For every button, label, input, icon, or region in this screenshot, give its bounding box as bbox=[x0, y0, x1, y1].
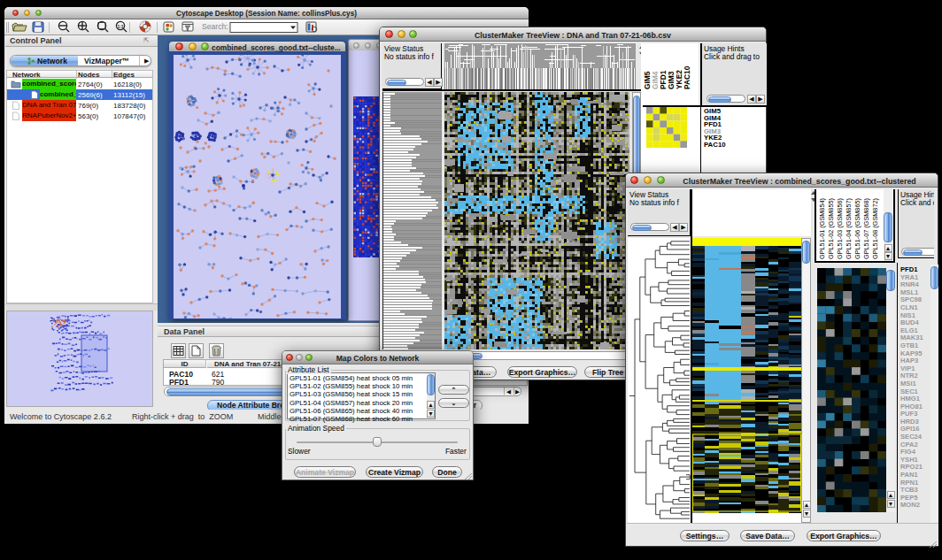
svg-text:GPL51-01 (GSM854): GPL51-01 (GSM854) bbox=[818, 198, 826, 259]
svg-text:PAC10: PAC10 bbox=[683, 65, 691, 89]
svg-text:GPL51-08 (GSM872): GPL51-08 (GSM872) bbox=[871, 198, 879, 259]
svg-text:GPL51-06 (GSM865): GPL51-06 (GSM865) bbox=[853, 198, 861, 259]
svg-text:Search:: Search: bbox=[202, 22, 228, 31]
svg-text:GPL51-04 (GSM857): GPL51-04 (GSM857) bbox=[845, 198, 853, 259]
svg-text:GPL51-07 (GSM868): GPL51-07 (GSM868) bbox=[862, 198, 870, 259]
svg-text:1:1: 1:1 bbox=[117, 24, 123, 29]
svg-text:GPL51-03 (GSM856): GPL51-03 (GSM856) bbox=[836, 198, 844, 259]
svg-text:GPL51-02 (GSM855): GPL51-02 (GSM855) bbox=[827, 198, 835, 259]
